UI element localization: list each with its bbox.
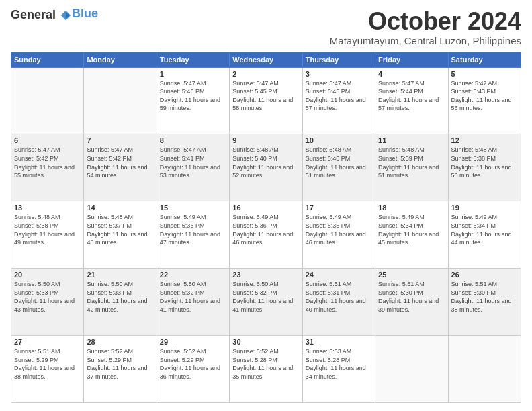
table-row: 16 Sunrise: 5:49 AMSunset: 5:36 PMDaylig… (230, 201, 302, 269)
day-info: Sunrise: 5:48 AMSunset: 5:38 PMDaylight:… (14, 213, 81, 246)
logo-general: General (11, 8, 72, 22)
table-row: 25 Sunrise: 5:51 AMSunset: 5:30 PMDaylig… (375, 269, 448, 336)
day-number: 18 (378, 203, 445, 212)
header: General Blue October 2024 Matayumtayum, … (11, 8, 521, 46)
table-row (375, 336, 448, 403)
table-row: 8 Sunrise: 5:47 AMSunset: 5:41 PMDayligh… (157, 134, 229, 201)
day-number: 28 (87, 338, 153, 346)
day-number: 25 (378, 271, 445, 279)
day-number: 23 (232, 271, 299, 279)
day-number: 2 (232, 70, 299, 78)
day-number: 26 (451, 271, 518, 279)
calendar-week-row: 6 Sunrise: 5:47 AMSunset: 5:42 PMDayligh… (11, 134, 521, 201)
day-info: Sunrise: 5:48 AMSunset: 5:37 PMDaylight:… (87, 213, 153, 246)
day-number: 6 (14, 136, 81, 144)
day-info: Sunrise: 5:50 AMSunset: 5:33 PMDaylight:… (87, 280, 153, 314)
day-info: Sunrise: 5:47 AMSunset: 5:42 PMDaylight:… (87, 146, 153, 179)
day-number: 4 (378, 70, 445, 78)
day-number: 1 (160, 70, 226, 78)
calendar-week-row: 27 Sunrise: 5:51 AMSunset: 5:29 PMDaylig… (11, 336, 521, 403)
day-info: Sunrise: 5:47 AMSunset: 5:45 PMDaylight:… (306, 79, 372, 113)
day-number: 8 (160, 136, 226, 144)
table-row: 21 Sunrise: 5:50 AMSunset: 5:33 PMDaylig… (84, 269, 157, 336)
day-number: 30 (232, 338, 299, 346)
location-title: Matayumtayum, Central Luzon, Philippines (330, 35, 521, 46)
logo: General Blue (11, 8, 98, 22)
day-info: Sunrise: 5:47 AMSunset: 5:44 PMDaylight:… (378, 79, 445, 113)
day-info: Sunrise: 5:51 AMSunset: 5:31 PMDaylight:… (306, 280, 372, 314)
table-row (11, 67, 84, 134)
table-row: 23 Sunrise: 5:50 AMSunset: 5:32 PMDaylig… (230, 269, 302, 336)
day-info: Sunrise: 5:48 AMSunset: 5:38 PMDaylight:… (451, 146, 518, 179)
day-number: 27 (14, 338, 81, 346)
day-info: Sunrise: 5:47 AMSunset: 5:41 PMDaylight:… (160, 146, 226, 179)
table-row: 6 Sunrise: 5:47 AMSunset: 5:42 PMDayligh… (11, 134, 84, 201)
col-saturday: Saturday (448, 52, 521, 67)
day-number: 20 (14, 271, 81, 279)
day-number: 17 (306, 203, 372, 212)
table-row: 26 Sunrise: 5:51 AMSunset: 5:30 PMDaylig… (448, 269, 521, 336)
day-info: Sunrise: 5:48 AMSunset: 5:40 PMDaylight:… (232, 146, 299, 179)
table-row: 12 Sunrise: 5:48 AMSunset: 5:38 PMDaylig… (448, 134, 521, 201)
table-row: 18 Sunrise: 5:49 AMSunset: 5:34 PMDaylig… (375, 201, 448, 269)
day-number: 19 (451, 203, 518, 212)
col-wednesday: Wednesday (230, 52, 302, 67)
day-info: Sunrise: 5:47 AMSunset: 5:42 PMDaylight:… (14, 146, 81, 179)
table-row: 13 Sunrise: 5:48 AMSunset: 5:38 PMDaylig… (11, 201, 84, 269)
col-thursday: Thursday (302, 52, 375, 67)
table-row: 9 Sunrise: 5:48 AMSunset: 5:40 PMDayligh… (230, 134, 302, 201)
table-row: 3 Sunrise: 5:47 AMSunset: 5:45 PMDayligh… (302, 67, 375, 134)
table-row: 11 Sunrise: 5:48 AMSunset: 5:39 PMDaylig… (375, 134, 448, 201)
day-info: Sunrise: 5:47 AMSunset: 5:46 PMDaylight:… (160, 79, 226, 113)
day-number: 16 (232, 203, 299, 212)
table-row: 10 Sunrise: 5:48 AMSunset: 5:40 PMDaylig… (302, 134, 375, 201)
col-friday: Friday (375, 52, 448, 67)
table-row: 28 Sunrise: 5:52 AMSunset: 5:29 PMDaylig… (84, 336, 157, 403)
col-sunday: Sunday (11, 52, 84, 67)
day-info: Sunrise: 5:49 AMSunset: 5:34 PMDaylight:… (451, 213, 518, 246)
day-number: 24 (306, 271, 372, 279)
day-info: Sunrise: 5:50 AMSunset: 5:32 PMDaylight:… (160, 280, 226, 314)
day-info: Sunrise: 5:49 AMSunset: 5:35 PMDaylight:… (306, 213, 372, 246)
day-number: 10 (306, 136, 372, 144)
day-info: Sunrise: 5:50 AMSunset: 5:33 PMDaylight:… (14, 280, 81, 314)
table-row: 31 Sunrise: 5:53 AMSunset: 5:28 PMDaylig… (302, 336, 375, 403)
day-info: Sunrise: 5:52 AMSunset: 5:28 PMDaylight:… (232, 347, 299, 381)
day-number: 3 (306, 70, 372, 78)
table-row: 2 Sunrise: 5:47 AMSunset: 5:45 PMDayligh… (230, 67, 302, 134)
day-info: Sunrise: 5:49 AMSunset: 5:36 PMDaylight:… (160, 213, 226, 246)
day-info: Sunrise: 5:51 AMSunset: 5:30 PMDaylight:… (451, 280, 518, 314)
logo-blue: Blue (72, 7, 98, 21)
table-row (84, 67, 157, 134)
day-info: Sunrise: 5:53 AMSunset: 5:28 PMDaylight:… (306, 347, 372, 381)
day-info: Sunrise: 5:51 AMSunset: 5:30 PMDaylight:… (378, 280, 445, 314)
day-info: Sunrise: 5:48 AMSunset: 5:39 PMDaylight:… (378, 146, 445, 179)
table-row: 22 Sunrise: 5:50 AMSunset: 5:32 PMDaylig… (157, 269, 229, 336)
day-info: Sunrise: 5:50 AMSunset: 5:32 PMDaylight:… (232, 280, 299, 314)
table-row: 1 Sunrise: 5:47 AMSunset: 5:46 PMDayligh… (157, 67, 229, 134)
day-number: 21 (87, 271, 153, 279)
page: General Blue October 2024 Matayumtayum, … (0, 0, 532, 411)
day-number: 31 (306, 338, 372, 346)
table-row: 19 Sunrise: 5:49 AMSunset: 5:34 PMDaylig… (448, 201, 521, 269)
day-number: 11 (378, 136, 445, 144)
table-row: 7 Sunrise: 5:47 AMSunset: 5:42 PMDayligh… (84, 134, 157, 201)
day-number: 7 (87, 136, 153, 144)
day-info: Sunrise: 5:52 AMSunset: 5:29 PMDaylight:… (160, 347, 226, 381)
title-block: October 2024 Matayumtayum, Central Luzon… (330, 8, 521, 46)
table-row: 29 Sunrise: 5:52 AMSunset: 5:29 PMDaylig… (157, 336, 229, 403)
day-info: Sunrise: 5:52 AMSunset: 5:29 PMDaylight:… (87, 347, 153, 381)
day-info: Sunrise: 5:47 AMSunset: 5:45 PMDaylight:… (232, 79, 299, 113)
month-title: October 2024 (330, 8, 521, 35)
table-row: 17 Sunrise: 5:49 AMSunset: 5:35 PMDaylig… (302, 201, 375, 269)
table-row: 4 Sunrise: 5:47 AMSunset: 5:44 PMDayligh… (375, 67, 448, 134)
day-number: 15 (160, 203, 226, 212)
calendar-header-row: Sunday Monday Tuesday Wednesday Thursday… (11, 52, 521, 67)
table-row: 27 Sunrise: 5:51 AMSunset: 5:29 PMDaylig… (11, 336, 84, 403)
calendar-week-row: 20 Sunrise: 5:50 AMSunset: 5:33 PMDaylig… (11, 269, 521, 336)
day-number: 29 (160, 338, 226, 346)
table-row: 5 Sunrise: 5:47 AMSunset: 5:43 PMDayligh… (448, 67, 521, 134)
calendar-week-row: 13 Sunrise: 5:48 AMSunset: 5:38 PMDaylig… (11, 201, 521, 269)
day-info: Sunrise: 5:47 AMSunset: 5:43 PMDaylight:… (451, 79, 518, 113)
day-number: 13 (14, 203, 81, 212)
